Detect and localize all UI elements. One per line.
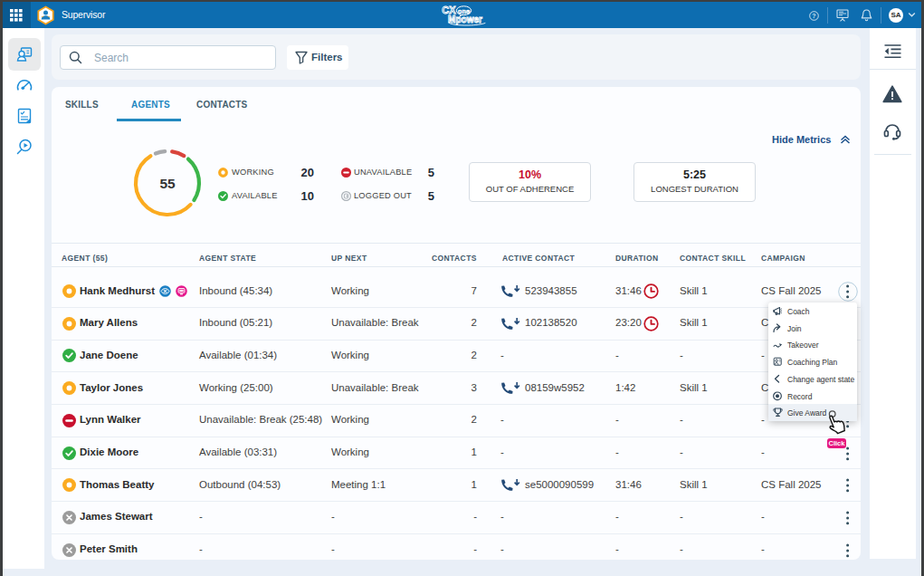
svg-text:Mpower: Mpower <box>448 14 482 24</box>
svg-text:55: 55 <box>159 175 176 190</box>
svg-text:?: ? <box>812 13 815 19</box>
